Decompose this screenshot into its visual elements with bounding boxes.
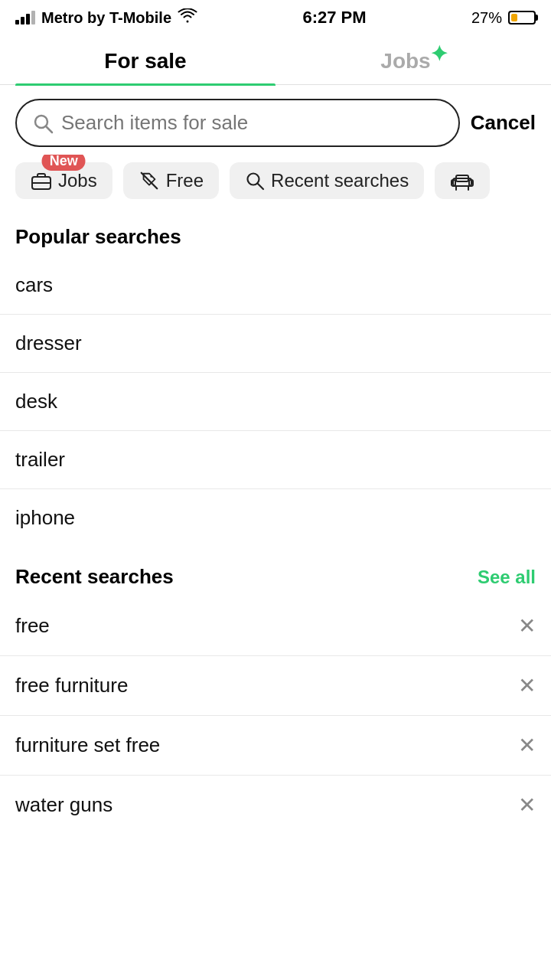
battery-icon: [508, 11, 536, 24]
new-badge: New: [42, 155, 86, 171]
recent-search-free[interactable]: free ✕: [0, 596, 551, 656]
search-input[interactable]: [61, 111, 443, 135]
chip-recent-searches[interactable]: Recent searches: [230, 162, 424, 199]
remove-free-button[interactable]: ✕: [518, 613, 536, 639]
cancel-button[interactable]: Cancel: [471, 111, 536, 135]
jobs-sparkle-wrapper: Jobs ✦: [380, 49, 430, 74]
signal-bars-icon: [15, 11, 35, 24]
status-right: 27%: [471, 9, 536, 27]
recent-searches-header: Recent searches See all: [0, 547, 551, 596]
remove-free-furniture-button[interactable]: ✕: [518, 673, 536, 698]
chip-furniture[interactable]: [435, 162, 490, 199]
carrier-label: Metro by T-Mobile: [41, 9, 171, 27]
search-chip-icon: [245, 171, 265, 191]
chip-free-label: Free: [166, 170, 204, 191]
search-icon: [32, 113, 54, 134]
popular-search-iphone[interactable]: iphone: [0, 489, 551, 547]
sparkle-icon: ✦: [430, 41, 448, 67]
recent-searches-title: Recent searches: [15, 565, 174, 589]
recent-search-free-furniture[interactable]: free furniture ✕: [0, 656, 551, 716]
chip-recent-label: Recent searches: [271, 170, 409, 191]
chip-jobs[interactable]: New Jobs: [15, 162, 112, 199]
remove-water-guns-button[interactable]: ✕: [518, 792, 536, 818]
status-left: Metro by T-Mobile: [15, 8, 197, 28]
search-input-wrap[interactable]: [15, 99, 460, 147]
tag-slash-icon: [139, 171, 160, 191]
popular-search-cars[interactable]: cars: [0, 256, 551, 315]
chip-free[interactable]: Free: [123, 162, 219, 199]
chips-row: New Jobs Free Recent searches: [0, 155, 551, 207]
search-row: Cancel: [0, 85, 551, 155]
svg-line-6: [258, 184, 264, 190]
svg-line-1: [47, 126, 53, 132]
tab-for-sale[interactable]: For sale: [15, 35, 276, 84]
see-all-link[interactable]: See all: [478, 567, 536, 588]
recent-searches-list: free ✕ free furniture ✕ furniture set fr…: [0, 596, 551, 835]
tab-bar: For sale Jobs ✦: [0, 35, 551, 85]
popular-searches-list: cars dresser desk trailer iphone: [0, 256, 551, 547]
popular-searches-title: Popular searches: [0, 207, 551, 256]
chip-jobs-label: Jobs: [58, 170, 97, 191]
briefcase-icon: [31, 171, 52, 191]
battery-percent: 27%: [471, 9, 502, 27]
status-time: 6:27 PM: [302, 8, 366, 28]
popular-search-dresser[interactable]: dresser: [0, 315, 551, 373]
wifi-icon: [178, 8, 197, 28]
tab-jobs[interactable]: Jobs ✦: [276, 35, 536, 84]
recent-search-water-guns[interactable]: water guns ✕: [0, 776, 551, 835]
sofa-icon: [450, 171, 474, 191]
remove-furniture-set-free-button[interactable]: ✕: [518, 733, 536, 758]
svg-point-0: [35, 116, 47, 128]
popular-search-desk[interactable]: desk: [0, 373, 551, 431]
svg-point-4: [150, 175, 152, 178]
recent-search-furniture-set-free[interactable]: furniture set free ✕: [0, 716, 551, 776]
popular-search-trailer[interactable]: trailer: [0, 431, 551, 489]
status-bar: Metro by T-Mobile 6:27 PM 27%: [0, 0, 551, 32]
